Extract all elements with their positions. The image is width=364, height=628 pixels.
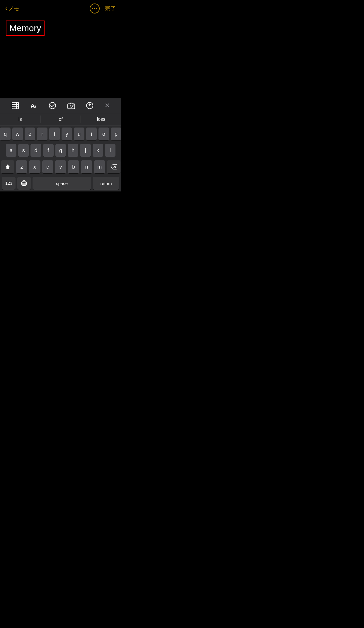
globe-button[interactable]: [17, 177, 31, 190]
return-button[interactable]: return: [93, 177, 119, 190]
navigation-bar: ‹ メモ 完了: [0, 0, 121, 16]
table-icon: [11, 102, 19, 109]
numbers-label: 123: [5, 181, 12, 186]
keyboard: q w e r t y u i o p a s d f g h j k l z …: [0, 126, 121, 191]
keyboard-row-4: 123 space return: [0, 175, 121, 191]
text-format-button[interactable]: A a: [30, 102, 38, 109]
svg-text:a: a: [34, 104, 36, 109]
pen-icon: [86, 102, 93, 109]
keyboard-row-2: a s d f g h j k l: [0, 142, 121, 159]
note-content-area[interactable]: Memory: [0, 16, 121, 98]
key-j[interactable]: j: [80, 144, 91, 157]
autocomplete-bar: is of loss: [0, 113, 121, 126]
svg-rect-0: [12, 102, 18, 109]
key-m[interactable]: m: [94, 160, 105, 173]
key-x[interactable]: x: [29, 160, 40, 173]
key-q[interactable]: q: [0, 128, 11, 140]
formatting-toolbar: A a ✕: [0, 98, 121, 113]
nav-right-actions: 完了: [90, 4, 116, 13]
key-n[interactable]: n: [81, 160, 92, 173]
key-f[interactable]: f: [43, 144, 54, 157]
key-z[interactable]: z: [16, 160, 27, 173]
table-button[interactable]: [11, 102, 19, 109]
key-a[interactable]: a: [6, 144, 16, 157]
shift-button[interactable]: [1, 160, 14, 173]
globe-icon: [21, 180, 27, 186]
return-label: return: [100, 181, 112, 186]
key-t[interactable]: t: [49, 128, 60, 140]
key-g[interactable]: g: [55, 144, 66, 157]
more-dots-icon: [92, 8, 97, 9]
backspace-icon: [110, 164, 117, 169]
svg-rect-8: [68, 104, 75, 109]
backspace-button[interactable]: [107, 160, 120, 173]
draw-button[interactable]: [86, 102, 93, 109]
key-l[interactable]: l: [105, 144, 115, 157]
back-button[interactable]: ‹ メモ: [5, 5, 19, 12]
autocomplete-item-loss[interactable]: loss: [81, 113, 121, 125]
key-i[interactable]: i: [86, 128, 97, 140]
keyboard-row-3: z x c v b n m: [0, 159, 121, 175]
back-label: メモ: [8, 5, 19, 12]
numbers-button[interactable]: 123: [2, 177, 16, 190]
key-k[interactable]: k: [93, 144, 103, 157]
autocomplete-item-of[interactable]: of: [40, 113, 81, 125]
key-v[interactable]: v: [55, 160, 66, 173]
camera-icon: [67, 102, 75, 109]
key-d[interactable]: d: [30, 144, 41, 157]
close-icon: ✕: [105, 102, 110, 109]
camera-button[interactable]: [67, 102, 75, 109]
key-h[interactable]: h: [68, 144, 78, 157]
svg-point-7: [49, 102, 56, 109]
autocomplete-item-is[interactable]: is: [0, 113, 40, 125]
key-e[interactable]: e: [25, 128, 35, 140]
key-b[interactable]: b: [68, 160, 79, 173]
checklist-button[interactable]: [49, 102, 56, 109]
key-c[interactable]: c: [42, 160, 53, 173]
keyboard-row-1: q w e r t y u i o p: [0, 126, 121, 142]
key-r[interactable]: r: [37, 128, 47, 140]
done-button[interactable]: 完了: [104, 5, 116, 13]
key-u[interactable]: u: [74, 128, 84, 140]
shift-icon: [5, 164, 11, 170]
svg-point-9: [70, 105, 72, 107]
more-button[interactable]: [90, 4, 100, 13]
svg-point-10: [73, 105, 74, 106]
key-s[interactable]: s: [18, 144, 29, 157]
toolbar-close-button[interactable]: ✕: [105, 102, 110, 109]
key-o[interactable]: o: [98, 128, 109, 140]
space-label: space: [56, 181, 68, 186]
back-chevron-icon: ‹: [5, 5, 7, 12]
space-button[interactable]: space: [33, 177, 91, 190]
svg-marker-12: [5, 164, 10, 169]
text-format-icon: A a: [30, 102, 38, 109]
key-y[interactable]: y: [62, 128, 72, 140]
note-title[interactable]: Memory: [6, 21, 45, 36]
checklist-icon: [49, 102, 56, 109]
key-p[interactable]: p: [111, 128, 121, 140]
key-w[interactable]: w: [12, 128, 23, 140]
